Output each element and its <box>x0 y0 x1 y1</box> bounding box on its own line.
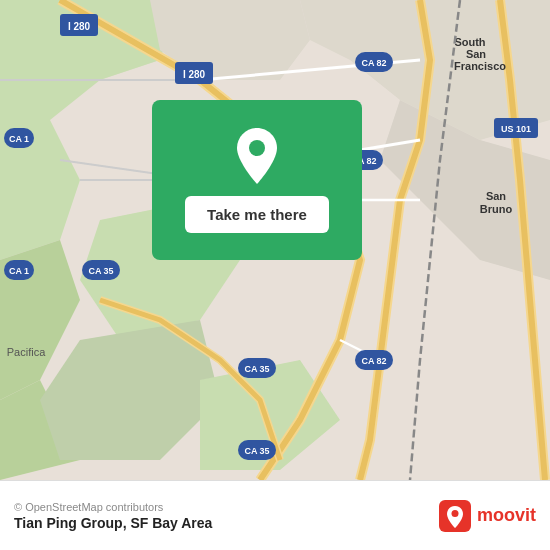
svg-text:CA 35: CA 35 <box>244 364 269 374</box>
map-container: I 280 I 280 CA 82 CA 82 CA 82 CA 35 CA 3… <box>0 0 550 480</box>
svg-text:San: San <box>486 190 506 202</box>
take-me-there-button[interactable]: Take me there <box>185 196 329 233</box>
place-name: Tian Ping Group, SF Bay Area <box>14 515 212 531</box>
svg-text:Pacifica: Pacifica <box>7 346 46 358</box>
svg-text:Francisco: Francisco <box>454 60 506 72</box>
svg-text:CA 35: CA 35 <box>88 266 113 276</box>
svg-text:CA 1: CA 1 <box>9 134 29 144</box>
svg-point-39 <box>249 140 265 156</box>
svg-text:CA 82: CA 82 <box>361 356 386 366</box>
svg-text:CA 1: CA 1 <box>9 266 29 276</box>
moovit-text: moovit <box>477 505 536 526</box>
svg-text:US 101: US 101 <box>501 124 531 134</box>
moovit-icon <box>439 500 471 532</box>
svg-text:San: San <box>466 48 486 60</box>
bottom-left-info: © OpenStreetMap contributors Tian Ping G… <box>14 501 212 531</box>
location-card: Take me there <box>152 100 362 260</box>
svg-point-41 <box>451 510 458 517</box>
svg-text:I 280: I 280 <box>68 21 91 32</box>
svg-text:South: South <box>454 36 485 48</box>
svg-text:CA 35: CA 35 <box>244 446 269 456</box>
bottom-bar: © OpenStreetMap contributors Tian Ping G… <box>0 480 550 550</box>
location-pin-icon <box>232 128 282 184</box>
svg-text:I 280: I 280 <box>183 69 206 80</box>
svg-text:CA 82: CA 82 <box>361 58 386 68</box>
moovit-logo: moovit <box>439 500 536 532</box>
svg-text:Bruno: Bruno <box>480 203 513 215</box>
osm-credit: © OpenStreetMap contributors <box>14 501 212 513</box>
